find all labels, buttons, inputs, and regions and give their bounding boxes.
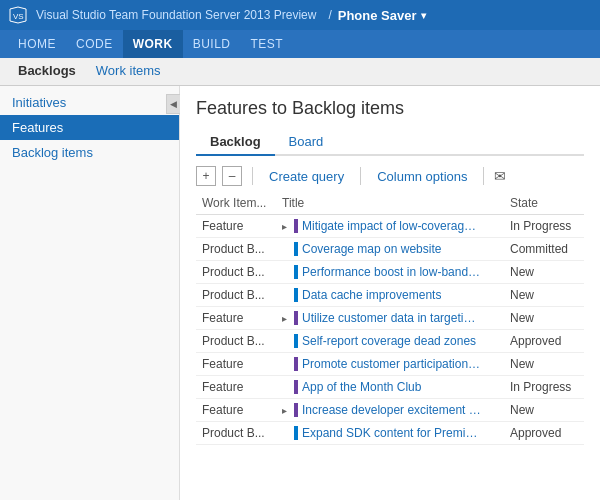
work-item-color-bar: [294, 311, 298, 325]
separator: /: [328, 8, 331, 22]
cell-workitem: Feature: [196, 215, 276, 238]
table-row: Product B...Coverage map on websiteCommi…: [196, 238, 584, 261]
nav-build[interactable]: BUILD: [183, 30, 241, 58]
work-item-title[interactable]: Data cache improvements: [302, 288, 441, 302]
cell-state: Approved: [504, 422, 584, 445]
work-item-color-bar: [294, 242, 298, 256]
cell-title: App of the Month Club: [276, 376, 504, 399]
work-item-title[interactable]: Self-report coverage dead zones: [302, 334, 476, 348]
tab-board[interactable]: Board: [275, 129, 338, 156]
cell-state: Approved: [504, 330, 584, 353]
sidebar: ◀ Initiatives Features Backlog items: [0, 86, 180, 500]
sidebar-collapse-handle[interactable]: ◀: [166, 94, 180, 114]
cell-state: New: [504, 261, 584, 284]
cell-title: Self-report coverage dead zones: [276, 330, 504, 353]
column-options-button[interactable]: Column options: [371, 167, 473, 186]
toolbar-divider-3: [483, 167, 484, 185]
layout: ◀ Initiatives Features Backlog items Fea…: [0, 86, 600, 500]
col-header-title: Title: [276, 192, 504, 215]
main-content: Features to Backlog items Backlog Board …: [180, 86, 600, 500]
cell-workitem: Feature: [196, 307, 276, 330]
cell-workitem: Product B...: [196, 284, 276, 307]
work-item-color-bar: [294, 357, 298, 371]
cell-title: Data cache improvements: [276, 284, 504, 307]
table-row: FeaturePromote customer participation wi…: [196, 353, 584, 376]
cell-title: Performance boost in low-bandwi...: [276, 261, 504, 284]
work-item-title[interactable]: Coverage map on website: [302, 242, 441, 256]
table-header-row: Work Item... Title State: [196, 192, 584, 215]
subnav-workitems[interactable]: Work items: [86, 58, 171, 85]
work-item-title[interactable]: Promote customer participation with...: [302, 357, 482, 371]
expand-indicator[interactable]: ▸: [282, 221, 290, 232]
cell-title: Expand SDK content for Premium...: [276, 422, 504, 445]
toolbar: + – Create query Column options ✉: [196, 166, 584, 186]
table-row: Product B...Performance boost in low-ban…: [196, 261, 584, 284]
cell-state: New: [504, 284, 584, 307]
nav-work[interactable]: WORK: [123, 30, 183, 58]
table-row: FeatureApp of the Month ClubIn Progress: [196, 376, 584, 399]
cell-workitem: Product B...: [196, 330, 276, 353]
nav-test[interactable]: TEST: [241, 30, 294, 58]
expand-indicator[interactable]: ▸: [282, 405, 290, 416]
backlog-table: Work Item... Title State Feature▸Mitigat…: [196, 192, 584, 445]
work-item-color-bar: [294, 219, 298, 233]
work-item-title[interactable]: Expand SDK content for Premium...: [302, 426, 482, 440]
cell-workitem: Product B...: [196, 238, 276, 261]
cell-workitem: Feature: [196, 353, 276, 376]
mail-icon[interactable]: ✉: [494, 168, 506, 184]
cell-workitem: Product B...: [196, 422, 276, 445]
sub-nav: Backlogs Work items: [0, 58, 600, 86]
cell-state: New: [504, 307, 584, 330]
vs-logo: VS: [8, 5, 28, 25]
work-item-color-bar: [294, 380, 298, 394]
work-item-color-bar: [294, 334, 298, 348]
expand-indicator[interactable]: ▸: [282, 313, 290, 324]
cell-state: Committed: [504, 238, 584, 261]
tab-bar: Backlog Board: [196, 129, 584, 156]
page-title: Features to Backlog items: [196, 98, 584, 119]
nav-home[interactable]: HOME: [8, 30, 66, 58]
app-title: Visual Studio Team Foundation Server 201…: [36, 8, 316, 22]
work-item-color-bar: [294, 265, 298, 279]
work-item-title[interactable]: App of the Month Club: [302, 380, 421, 394]
work-item-title[interactable]: Mitigate impact of low-coverage areas: [302, 219, 482, 233]
collapse-all-button[interactable]: –: [222, 166, 242, 186]
project-name[interactable]: Phone Saver ▾: [338, 8, 426, 23]
table-row: Feature▸Increase developer excitement wi…: [196, 399, 584, 422]
sidebar-item-backlog-items[interactable]: Backlog items: [0, 140, 179, 165]
main-nav: HOME CODE WORK BUILD TEST: [0, 30, 600, 58]
cell-state: New: [504, 399, 584, 422]
work-item-title[interactable]: Utilize customer data in targeting exp..…: [302, 311, 482, 325]
table-row: Feature▸Utilize customer data in targeti…: [196, 307, 584, 330]
nav-code[interactable]: CODE: [66, 30, 123, 58]
top-bar: VS Visual Studio Team Foundation Server …: [0, 0, 600, 30]
work-item-color-bar: [294, 426, 298, 440]
toolbar-divider: [252, 167, 253, 185]
cell-title: Coverage map on website: [276, 238, 504, 261]
table-row: Product B...Expand SDK content for Premi…: [196, 422, 584, 445]
cell-state: New: [504, 353, 584, 376]
cell-title: ▸Mitigate impact of low-coverage areas: [276, 215, 504, 238]
work-item-color-bar: [294, 288, 298, 302]
subnav-backlogs[interactable]: Backlogs: [8, 58, 86, 85]
cell-workitem: Feature: [196, 376, 276, 399]
work-item-color-bar: [294, 403, 298, 417]
cell-title: ▸Increase developer excitement with D...: [276, 399, 504, 422]
cell-title: Promote customer participation with...: [276, 353, 504, 376]
expand-all-button[interactable]: +: [196, 166, 216, 186]
project-chevron: ▾: [421, 10, 426, 21]
work-item-title[interactable]: Performance boost in low-bandwi...: [302, 265, 482, 279]
sidebar-item-features[interactable]: Features: [0, 115, 179, 140]
work-item-title[interactable]: Increase developer excitement with D...: [302, 403, 482, 417]
table-row: Product B...Data cache improvementsNew: [196, 284, 584, 307]
cell-state: In Progress: [504, 215, 584, 238]
toolbar-divider-2: [360, 167, 361, 185]
create-query-button[interactable]: Create query: [263, 167, 350, 186]
tab-backlog[interactable]: Backlog: [196, 129, 275, 156]
cell-state: In Progress: [504, 376, 584, 399]
table-row: Feature▸Mitigate impact of low-coverage …: [196, 215, 584, 238]
col-header-workitem: Work Item...: [196, 192, 276, 215]
cell-workitem: Feature: [196, 399, 276, 422]
cell-title: ▸Utilize customer data in targeting exp.…: [276, 307, 504, 330]
sidebar-item-initiatives[interactable]: Initiatives: [0, 90, 179, 115]
